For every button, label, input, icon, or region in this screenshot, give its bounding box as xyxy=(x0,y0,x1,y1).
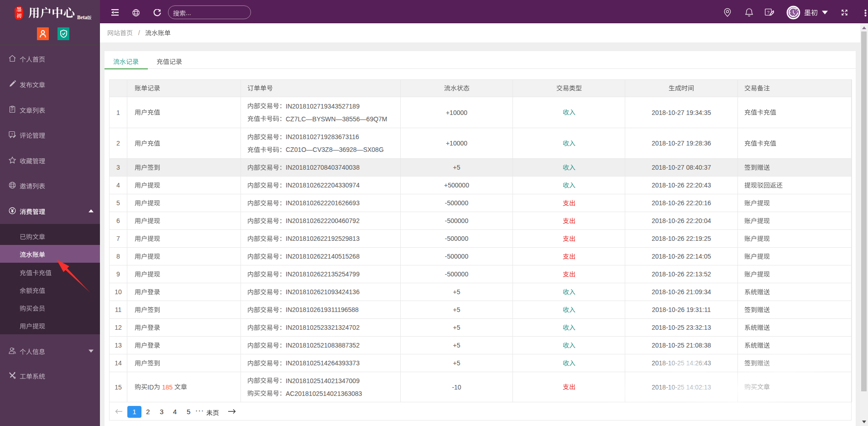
svg-text:?: ? xyxy=(767,10,769,15)
svg-text:?: ? xyxy=(11,132,13,136)
